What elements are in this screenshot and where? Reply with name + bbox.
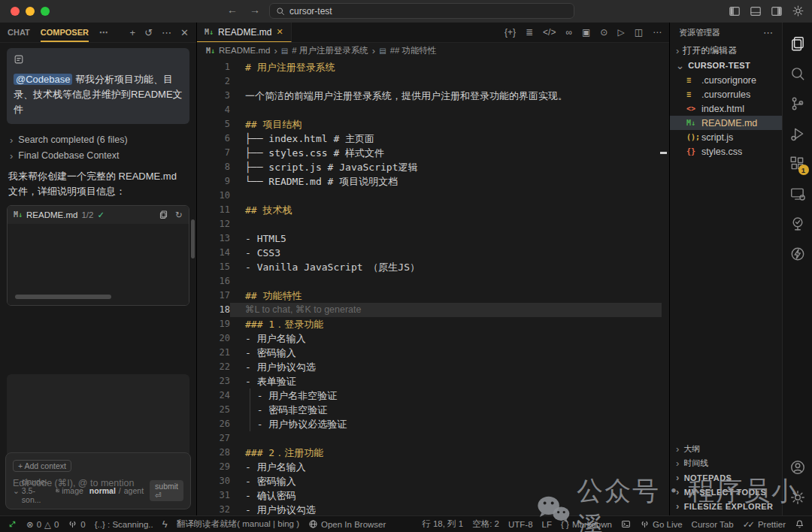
close-window-button[interactable] <box>11 7 20 16</box>
editor-line[interactable]: 28 ### 2．注册功能 <box>197 446 669 460</box>
prettier-status[interactable]: ✓✓ Prettier <box>743 519 786 530</box>
open-in-browser-button[interactable]: Open In Browser <box>308 519 386 529</box>
link-icon[interactable]: ∞ <box>565 27 572 38</box>
file-row[interactable]: <> index.html <box>670 101 782 116</box>
editor-line[interactable]: 8 ├── script.js # JavaScript逻辑 <box>197 160 669 174</box>
editor-line[interactable]: 9 └── README.md # 项目说明文档 <box>197 174 669 189</box>
editor-line[interactable]: 27 <box>197 431 669 446</box>
editor-line[interactable]: 15 - Vanilla JavaScript （原生JS） <box>197 260 669 274</box>
toggle-left-panel-icon[interactable] <box>729 5 741 17</box>
problems-indicator[interactable]: ⊗ 0 △ 0 <box>26 519 59 530</box>
tab-composer[interactable]: COMPOSER <box>41 23 89 42</box>
sidebar-section-row[interactable]: › 时间线 <box>670 456 782 470</box>
remote-indicator[interactable] <box>8 519 17 529</box>
editor-line[interactable]: 20 - 用户名输入 <box>197 331 669 346</box>
close-panel-icon[interactable]: ✕ <box>180 27 189 38</box>
sidebar-section-row[interactable]: › NOTEPADS <box>670 470 782 485</box>
editor-line[interactable]: 11 ## 技术栈 <box>197 203 669 217</box>
ports-indicator[interactable]: 0 <box>68 519 85 529</box>
sidebar-section-row[interactable]: › 大纲 <box>670 442 782 456</box>
go-live-button[interactable]: Go Live <box>640 519 683 529</box>
editor-line[interactable]: 26 - 用户协议必选验证 <box>197 417 669 431</box>
chat-scrollbar[interactable] <box>191 219 195 258</box>
run-icon[interactable]: ▷ <box>617 27 624 38</box>
editor-line[interactable]: 21 - 密码输入 <box>197 346 669 360</box>
toggle-right-panel-icon[interactable] <box>771 5 783 17</box>
sidebar-section-row[interactable]: › MY SELECT TOOLS <box>670 485 782 499</box>
explorer-activity-icon[interactable] <box>783 29 812 59</box>
tab-close-icon[interactable]: ✕ <box>276 27 283 37</box>
workspace-root-section[interactable]: ⌄ CURSOR-TEST <box>670 58 782 73</box>
extensions-icon[interactable]: 1 <box>783 149 812 179</box>
editor-line[interactable]: 4 <box>197 103 669 117</box>
settings-gear-icon[interactable] <box>792 5 804 17</box>
search-activity-icon[interactable] <box>783 59 812 89</box>
run-debug-icon[interactable] <box>783 119 812 149</box>
editor-line[interactable]: 19 ### 1．登录功能 <box>197 317 669 331</box>
tab-chat[interactable]: CHAT <box>8 23 30 41</box>
editor-line[interactable]: 13 - HTML5 <box>197 231 669 246</box>
code-tag-icon[interactable]: </> <box>543 27 556 38</box>
more-actions-icon[interactable]: ⋯ <box>653 27 662 38</box>
scanning-status[interactable]: {..} : Scanning.. <box>95 520 153 529</box>
codebase-mention-chip[interactable]: @Codebase <box>14 74 72 85</box>
editor-line[interactable]: 12 <box>197 217 669 231</box>
horizontal-scrollbar[interactable] <box>15 295 111 299</box>
code-editor[interactable]: 1 # 用户注册登录系统 2 3 一个简洁的前端用户注册登录系统，提供用户注册和… <box>197 59 669 515</box>
file-row[interactable]: M↓ README.md <box>670 116 782 130</box>
editor-line[interactable]: 25 - 密码非空验证 <box>197 403 669 417</box>
final-context-row[interactable]: › Final Codebase Context <box>7 146 189 162</box>
file-row[interactable]: ≡ .cursorignore <box>670 73 782 87</box>
remote-explorer-icon[interactable] <box>783 179 812 209</box>
indentation[interactable]: 空格: 2 <box>472 518 499 530</box>
breadcrumb-h2[interactable]: ## 功能特性 <box>390 45 437 56</box>
editor-line[interactable]: 7 ├── styles.css # 样式文件 <box>197 146 669 160</box>
editor-line[interactable]: 6 ├── index.html # 主页面 <box>197 131 669 146</box>
file-row[interactable]: (); script.js <box>670 130 782 144</box>
minimize-window-button[interactable] <box>26 7 35 16</box>
chat-scroll-area[interactable]: @Codebase 帮我分析项目功能、目录、技术栈等信息并维护到README文件… <box>0 44 196 515</box>
tab-overflow-icon[interactable]: ⋯ <box>99 28 108 38</box>
notifications-bell-icon[interactable] <box>795 519 804 529</box>
translator-status[interactable]: 翻译朗读者就绪( manual | bing ) <box>177 518 299 530</box>
model-picker[interactable]: claude-3.5-son... <box>22 477 50 504</box>
todo-tree-icon[interactable] <box>783 209 812 239</box>
search-completed-row[interactable]: › Search completed (6 files) <box>7 130 189 146</box>
toggle-bottom-panel-icon[interactable] <box>750 5 762 17</box>
settings-gear-icon[interactable] <box>783 482 812 512</box>
editor-line[interactable]: 30 - 密码输入 <box>197 474 669 488</box>
thunder-client-icon[interactable] <box>783 239 812 269</box>
tab-readme[interactable]: M↓ README.md ✕ <box>197 23 292 42</box>
breadcrumb-h1[interactable]: # 用户注册登录系统 <box>292 45 368 56</box>
sidebar-section-row[interactable]: › FILESIZE EXPLORER <box>670 499 782 513</box>
editor-line[interactable]: 31 - 确认密码 <box>197 488 669 503</box>
history-icon[interactable]: ↺ <box>144 27 153 38</box>
cursor-tab-toggle[interactable]: Cursor Tab <box>692 520 734 529</box>
back-icon[interactable]: ← <box>227 4 238 16</box>
breadcrumb-file[interactable]: README.md <box>219 46 270 55</box>
add-context-button[interactable]: + Add context <box>13 460 71 472</box>
editor-line[interactable]: 24 - 用户名非空验证 <box>197 388 669 403</box>
edit-list-icon[interactable]: ≣ <box>526 27 533 38</box>
editor-line[interactable]: 29 - 用户名输入 <box>197 460 669 474</box>
submit-button[interactable]: submit ⏎ <box>150 480 183 501</box>
open-editors-section[interactable]: › 打开的编辑器 <box>670 43 782 58</box>
image-button[interactable]: image <box>62 486 83 495</box>
insert-snippet-icon[interactable]: {+} <box>504 27 516 38</box>
editor-line[interactable]: 22 - 用户协议勾选 <box>197 360 669 374</box>
editor-line[interactable]: 1 # 用户注册登录系统 <box>197 60 669 74</box>
new-chat-icon[interactable]: + <box>130 27 136 38</box>
composer-input-box[interactable]: + Add context Edit code (⌘I), @ to menti… <box>5 452 191 509</box>
mode-normal[interactable]: normal <box>89 486 116 495</box>
editor-line[interactable]: 5 ## 项目结构 <box>197 117 669 131</box>
editor-line[interactable]: 23 - 表单验证 <box>197 374 669 388</box>
command-search-input[interactable]: cursor-test <box>269 3 574 19</box>
code-card-filename[interactable]: README.md <box>26 210 77 219</box>
more-actions-icon[interactable]: ⋯ <box>162 27 171 38</box>
more-circle-icon[interactable]: ⊙ <box>600 27 607 38</box>
maximize-window-button[interactable] <box>41 7 50 16</box>
image-icon[interactable]: ▣ <box>582 27 590 38</box>
editor-line[interactable]: 17 ## 功能特性 <box>197 289 669 303</box>
eol-indicator[interactable]: LF <box>542 520 552 529</box>
editor-line[interactable]: 16 <box>197 274 669 289</box>
